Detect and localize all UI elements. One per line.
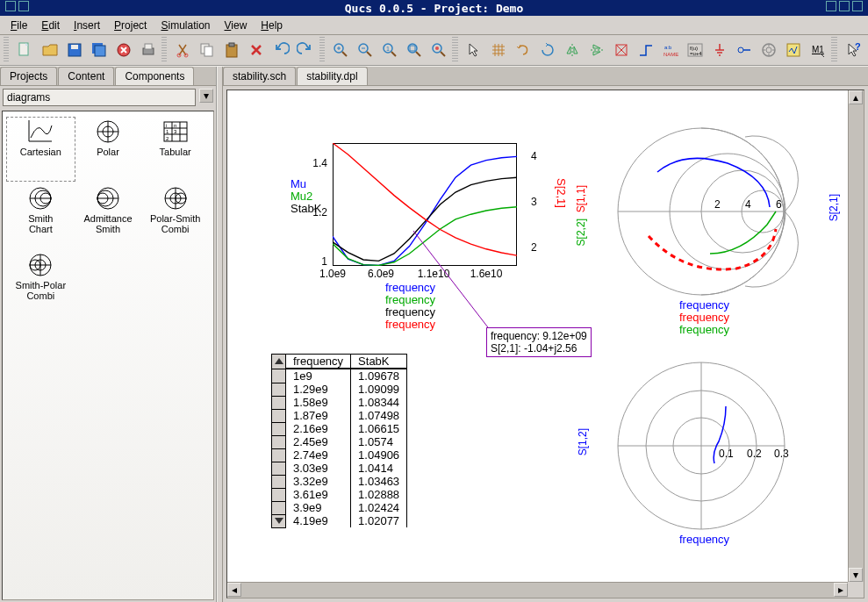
table-cell: 1.03463 [351,475,407,488]
toolbar-handle[interactable] [452,37,457,63]
save-all-button[interactable] [88,38,111,62]
mirror-h-button[interactable] [561,38,584,62]
menu-insert[interactable]: Insert [68,18,105,33]
svg-line-54 [413,231,491,331]
menu-project[interactable]: Project [109,18,152,33]
delete-button[interactable] [245,38,268,62]
combo-value: diagrams [7,91,50,104]
menu-file[interactable]: File [5,18,32,33]
pointer-button[interactable] [463,38,485,62]
wm-minimize-icon[interactable] [826,1,836,11]
menubar: FileEditInsertProjectSimulationViewHelp [0,16,868,35]
table-scroll-down-icon[interactable] [275,518,283,524]
copy-button[interactable] [196,38,219,62]
wm-icon[interactable] [18,1,29,11]
undo-button[interactable] [269,38,292,62]
menu-help[interactable]: Help [255,18,288,33]
svg-text:6: 6 [776,198,782,211]
scrollbar-corner [848,582,864,598]
help-button[interactable]: ? [842,38,864,62]
toolbar-handle[interactable] [161,37,167,63]
svg-text:M1: M1 [812,45,824,54]
diagram-admittance-smith[interactable]: AdmittanceSmith [75,185,141,247]
svg-text:=u+4: =u+4 [690,51,702,56]
table-cell: 3.03e9 [286,462,351,475]
wm-icon[interactable] [5,1,16,11]
menu-simulation[interactable]: Simulation [155,18,215,33]
table-cell: 1.08344 [351,396,407,409]
new-file-button[interactable] [13,38,36,62]
left-panel: ProjectsContentComponents diagrams ▾ Car… [0,67,218,602]
diagram-polar-smith-combi[interactable]: Polar-SmithCombi [142,185,208,247]
cut-button[interactable] [171,38,194,62]
menu-view[interactable]: View [219,18,253,33]
name-label-button[interactable]: a:bNAME [659,38,682,62]
vertical-scrollbar[interactable]: ▴ ▾ [848,90,864,582]
equation-button[interactable]: f(u)=u+4 [684,38,707,62]
deactivate-button[interactable] [610,38,633,62]
scroll-down-icon[interactable]: ▾ [849,568,863,582]
smith-plot: 246 [596,124,807,299]
toolbar-handle[interactable] [831,37,836,63]
scroll-up-icon[interactable]: ▴ [849,90,863,104]
tab-components[interactable]: Components [115,67,194,85]
smith-freq-legend: frequency frequency frequency [679,299,729,336]
tab-projects[interactable]: Projects [0,67,57,85]
svg-rect-7 [145,44,152,49]
zoom-in-button[interactable] [329,38,352,62]
document-tabs: stability.schstability.dpl [223,67,868,86]
canvas[interactable]: Mu Mu2 StabK 1 1.2 1.4 2 3 4 S[2,1] [226,90,864,598]
grid-button[interactable] [487,38,510,62]
table-cell: 3.32e9 [286,475,351,488]
doc-tab-stability-dpl[interactable]: stability.dpl [297,67,367,85]
category-combo[interactable]: diagrams [3,89,196,106]
paste-button[interactable] [220,38,243,62]
view-results-button[interactable] [782,38,805,62]
combo-dropdown-icon[interactable]: ▾ [199,89,213,103]
menu-edit[interactable]: Edit [36,18,65,33]
table-cell: 1.0574 [351,435,407,448]
simulate-button[interactable] [757,38,780,62]
horizontal-scrollbar[interactable]: ◂ ▸ [227,582,848,598]
table-cell: 2.74e9 [286,448,351,462]
save-button[interactable] [63,38,86,62]
diagram-cartesian[interactable]: Cartesian [8,118,74,180]
wm-close-icon[interactable] [852,1,863,11]
diagram-smith-chart[interactable]: SmithChart [8,185,74,247]
table-cell: 1.0414 [351,462,407,475]
marker-button[interactable]: M1 [807,38,829,62]
toolbar-handle[interactable] [4,37,9,63]
diagram-polar[interactable]: Polar [75,118,141,180]
scroll-right-icon[interactable]: ▸ [834,583,848,597]
ground-button[interactable] [708,38,731,62]
wm-maximize-icon[interactable] [839,1,850,11]
zoom-fit-button[interactable]: 1 [378,38,401,62]
redo-wire-button[interactable] [512,38,534,62]
zoom-all-button[interactable] [403,38,426,62]
doc-tab-stability-sch[interactable]: stability.sch [223,67,296,85]
zoom-area-button[interactable] [427,38,450,62]
polar-plot: 0.10.20.3 [596,358,807,534]
svg-rect-4 [95,46,105,56]
rotate-button[interactable] [536,38,559,62]
open-file-button[interactable] [39,38,61,62]
print-button[interactable] [137,38,160,62]
port-button[interactable] [733,38,756,62]
svg-text:1: 1 [386,46,390,52]
y-ticks-right: 2 3 4 [527,143,550,266]
table-cell: 1.29e9 [286,383,351,396]
tab-content[interactable]: Content [58,67,114,85]
close-file-button[interactable] [112,38,135,62]
svg-rect-31 [787,44,800,56]
wire-button[interactable] [635,38,657,62]
scroll-left-icon[interactable]: ◂ [227,583,241,597]
diagram-smith-polar-combi[interactable]: Smith-PolarCombi [8,252,74,313]
mirror-v-button[interactable] [585,38,608,62]
table-cell: 1.02077 [351,514,407,527]
redo-button[interactable] [294,38,317,62]
zoom-out-button[interactable] [354,38,377,62]
toolbar-handle[interactable] [319,37,325,63]
table-scroll-up-icon[interactable] [275,358,283,364]
y-ticks-left: 1 1.2 1.4 [280,143,331,266]
diagram-tabular[interactable]: in132Tabular [142,118,208,180]
